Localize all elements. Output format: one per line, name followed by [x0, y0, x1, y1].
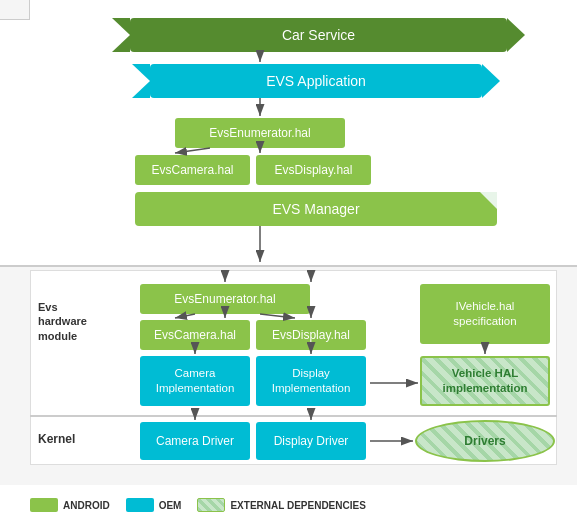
hal-row-bottom: EvsCamera.hal EvsDisplay.hal	[140, 320, 366, 350]
camera-implementation-label: Camera Implementation	[140, 366, 250, 396]
display-driver-label: Display Driver	[274, 434, 349, 448]
evs-hw-label-text: Evs hardware module	[38, 301, 87, 342]
legend-ext-box	[197, 498, 225, 512]
evs-display-hal-bottom-label: EvsDisplay.hal	[272, 328, 350, 342]
legend-android-box	[30, 498, 58, 512]
ivehicle-spec-label: IVehicle.hal specification	[424, 299, 546, 329]
evs-camera-hal-bottom-label: EvsCamera.hal	[154, 328, 236, 342]
drivers-ellipse-block: Drivers	[415, 420, 555, 462]
car-service-block: Car Service	[130, 18, 507, 52]
legend: ANDROID OEM EXTERNAL DEPENDENCIES	[30, 494, 557, 516]
vehicle-hal-impl-block: Vehicle HAL implementation	[420, 356, 550, 406]
legend-ext-label: EXTERNAL DEPENDENCIES	[230, 500, 365, 511]
evs-camera-hal-bottom-block: EvsCamera.hal	[140, 320, 250, 350]
legend-oem: OEM	[126, 498, 182, 512]
ivehicle-spec-block: IVehicle.hal specification	[420, 284, 550, 344]
evs-manager-label: EVS Manager	[272, 201, 359, 217]
kernel-label: Kernel	[38, 432, 75, 446]
display-implementation-block: Display Implementation	[256, 356, 366, 406]
legend-android: ANDROID	[30, 498, 110, 512]
legend-android-label: ANDROID	[63, 500, 110, 511]
evs-manager-block: EVS Manager	[135, 192, 497, 226]
evs-display-hal-top-label: EvsDisplay.hal	[275, 163, 353, 177]
evs-hardware-module-label: Evs hardware module	[38, 300, 106, 343]
evs-display-hal-top-block: EvsDisplay.hal	[256, 155, 371, 185]
page-tab	[0, 0, 30, 20]
evs-display-hal-bottom-block: EvsDisplay.hal	[256, 320, 366, 350]
kernel-label-text: Kernel	[38, 432, 75, 446]
evs-application-label: EVS Application	[266, 73, 366, 89]
drivers-label: Drivers	[464, 434, 505, 448]
fold-corner	[480, 192, 497, 209]
camera-implementation-block: Camera Implementation	[140, 356, 250, 406]
evs-enumerator-hal-bottom-block: EvsEnumerator.hal	[140, 284, 310, 314]
separator-line-bottom	[30, 415, 557, 417]
legend-oem-box	[126, 498, 154, 512]
evs-enumerator-hal-bottom-label: EvsEnumerator.hal	[174, 292, 275, 306]
evs-camera-hal-top-label: EvsCamera.hal	[151, 163, 233, 177]
legend-oem-label: OEM	[159, 500, 182, 511]
display-driver-block: Display Driver	[256, 422, 366, 460]
camera-driver-block: Camera Driver	[140, 422, 250, 460]
vehicle-hal-impl-label: Vehicle HAL implementation	[422, 366, 548, 396]
hal-row-top: EvsCamera.hal EvsDisplay.hal	[135, 155, 371, 185]
car-service-label: Car Service	[282, 27, 355, 43]
evs-enumerator-hal-top-block: EvsEnumerator.hal	[175, 118, 345, 148]
evs-application-block: EVS Application	[150, 64, 482, 98]
display-implementation-label: Display Implementation	[256, 366, 366, 396]
diagram: Car Service EVS Application EvsEnumerato…	[0, 0, 577, 522]
evs-enumerator-hal-top-label: EvsEnumerator.hal	[209, 126, 310, 140]
evs-camera-hal-top-block: EvsCamera.hal	[135, 155, 250, 185]
legend-ext: EXTERNAL DEPENDENCIES	[197, 498, 365, 512]
camera-driver-label: Camera Driver	[156, 434, 234, 448]
separator-line-top	[0, 265, 577, 267]
